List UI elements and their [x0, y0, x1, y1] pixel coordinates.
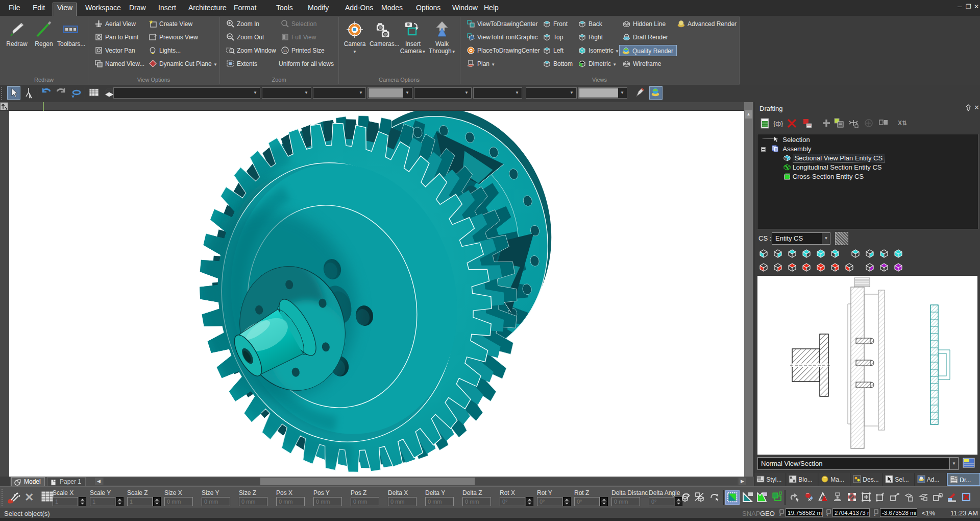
svg-text:z: z — [874, 513, 876, 516]
svg-text:y: y — [826, 513, 828, 516]
svg-text:11: 11 — [283, 49, 287, 53]
svg-text:X⇅: X⇅ — [898, 120, 907, 127]
svg-text:x: x — [779, 513, 781, 516]
svg-text:{ф}: {ф} — [773, 120, 783, 127]
